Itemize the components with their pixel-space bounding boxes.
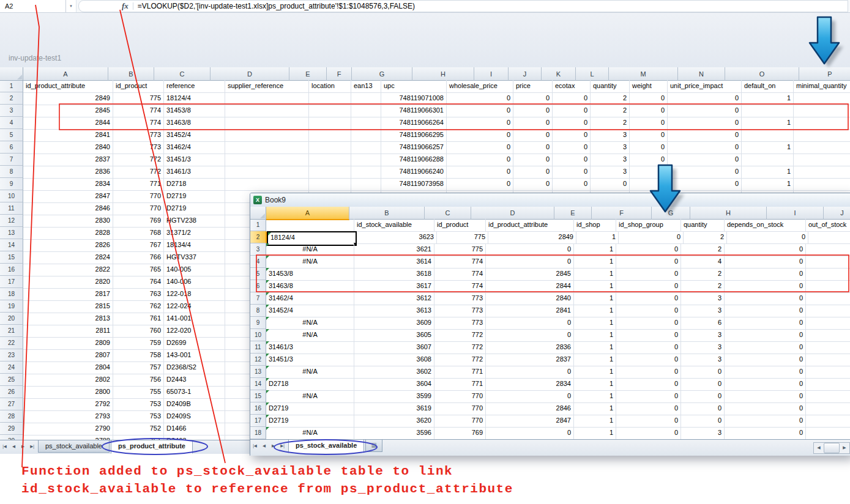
cell-C28[interactable]: D2409S (164, 410, 225, 423)
cell-F7[interactable]: 0 (616, 292, 681, 305)
cell-E8[interactable]: 1 (574, 305, 616, 317)
cell-D5[interactable]: 2845 (486, 268, 574, 281)
row-header-29[interactable]: 29 (0, 423, 23, 435)
cell-D8[interactable]: 2841 (486, 305, 574, 317)
cell-A3[interactable]: #N/A (266, 243, 354, 256)
cell-E3[interactable] (309, 105, 351, 117)
sheet-nav-first-icon[interactable]: |◀ (0, 440, 9, 452)
cell-F7[interactable] (351, 154, 381, 166)
cell-I8[interactable]: 2 (806, 305, 850, 317)
cell-B6[interactable]: 3617 (354, 280, 434, 293)
cell-D1[interactable]: supplier_reference (225, 80, 309, 93)
row-header-10[interactable]: 10 (0, 190, 23, 202)
row-header-4[interactable]: 4 (250, 256, 266, 268)
cell-C1[interactable]: id_product (434, 219, 486, 232)
cell-H1[interactable]: wholesale_price (447, 80, 513, 93)
cell-B19[interactable]: 762 (113, 300, 164, 313)
cell-A18[interactable]: #N/A (266, 427, 354, 439)
cell-E5[interactable]: 1 (574, 268, 616, 281)
cell-B28[interactable]: 753 (113, 410, 164, 423)
cell-N1[interactable]: default_on (742, 80, 794, 93)
cell-E9[interactable] (309, 178, 351, 191)
cell-A19[interactable]: 2815 (23, 300, 113, 313)
cell-J9[interactable]: 0 (553, 178, 591, 191)
cell-F5[interactable]: 0 (616, 268, 681, 281)
cell-A20[interactable]: 2813 (23, 313, 113, 325)
cell-N4[interactable]: 1 (742, 117, 794, 130)
cell-J2[interactable]: 0 (553, 92, 591, 105)
row-header-11[interactable]: 11 (0, 202, 23, 215)
cell-A4[interactable]: #N/A (266, 256, 354, 269)
cell-D7[interactable] (225, 154, 309, 166)
book9-titlebar[interactable]: X Book9 (250, 193, 850, 207)
cell-H7[interactable]: 0 (725, 292, 806, 305)
cell-C10[interactable]: D2719 (164, 190, 225, 203)
cell-B13[interactable]: 3602 (354, 366, 434, 379)
cell-A9[interactable]: #N/A (266, 317, 354, 330)
row-header-3[interactable]: 3 (0, 105, 23, 117)
cell-D11[interactable]: 2836 (486, 341, 574, 354)
row-header-16[interactable]: 16 (0, 264, 23, 276)
cell-B25[interactable]: 756 (113, 374, 164, 387)
cell-I14[interactable]: 2 (806, 378, 850, 391)
column-header-B[interactable]: B (108, 67, 154, 81)
cell-A27[interactable]: 2792 (23, 398, 113, 411)
row-header-4[interactable]: 4 (0, 117, 23, 129)
cell-D6[interactable] (225, 141, 309, 154)
row-header-21[interactable]: 21 (0, 325, 23, 337)
cell-E1[interactable]: id_shop (574, 219, 616, 232)
cell-G8[interactable]: 748119066240 (381, 166, 447, 179)
column-header-M[interactable]: M (609, 67, 678, 81)
cell-E17[interactable]: 1 (574, 415, 616, 428)
cell-A11[interactable]: 2846 (23, 202, 113, 215)
cell-A11[interactable]: 31461/3 (266, 341, 354, 354)
cell-H15[interactable]: 0 (725, 390, 806, 403)
insert-worksheet-icon[interactable]: ▦ (365, 440, 382, 452)
cell-B12[interactable]: 769 (113, 215, 164, 228)
cell-B6[interactable]: 773 (113, 141, 164, 154)
cell-O5[interactable]: 1 (794, 129, 850, 142)
tab-ps-stock-available[interactable]: ps_stock_available (38, 440, 110, 453)
cell-D10[interactable]: 0 (486, 329, 574, 342)
cell-H9[interactable]: 0 (447, 178, 513, 191)
row-header-13[interactable]: 13 (0, 227, 23, 239)
cell-A15[interactable]: 2824 (23, 251, 113, 264)
formula-text[interactable]: =VLOOKUP($D2,'[inv-update-test1.xlsx]ps_… (138, 2, 415, 10)
cell-H18[interactable]: 0 (725, 427, 806, 439)
cell-L6[interactable]: 0 (630, 141, 668, 154)
cell-B3[interactable]: 774 (113, 105, 164, 117)
row-header-26[interactable]: 26 (0, 386, 23, 398)
cell-K7[interactable]: 3 (591, 154, 630, 166)
cell-I7[interactable]: 0 (513, 154, 553, 166)
cell-B18[interactable]: 763 (113, 288, 164, 301)
cell-G15[interactable]: 0 (681, 390, 725, 403)
row-header-15[interactable]: 15 (0, 251, 23, 264)
cell-B3[interactable]: 3621 (354, 243, 434, 256)
cell-H9[interactable]: 0 (725, 317, 806, 330)
cell-A17[interactable]: 2820 (23, 276, 113, 289)
cell-O7[interactable]: 1 (794, 154, 850, 166)
cell-I6[interactable]: 2 (806, 280, 850, 293)
row-header-30[interactable]: 30 (0, 435, 23, 440)
cell-I17[interactable]: 1 (806, 415, 850, 428)
cell-F2[interactable]: 0 (619, 231, 684, 244)
cell-A29[interactable]: 2790 (23, 423, 113, 435)
row-header-6[interactable]: 6 (0, 141, 23, 154)
cell-A23[interactable]: 2807 (23, 349, 113, 362)
cell-D4[interactable] (225, 117, 309, 130)
cell-D5[interactable] (225, 129, 309, 142)
cell-D13[interactable]: 0 (486, 366, 574, 379)
cell-K2[interactable]: 2 (591, 92, 630, 105)
column-header-F[interactable]: F (327, 67, 352, 81)
cell-J3[interactable]: 0 (553, 105, 591, 117)
cell-F9[interactable] (351, 178, 381, 191)
cell-A9[interactable]: 2834 (23, 178, 113, 191)
cell-K3[interactable]: 2 (591, 105, 630, 117)
cell-J7[interactable]: 0 (553, 154, 591, 166)
row-header-7[interactable]: 7 (250, 292, 266, 305)
cell-N3[interactable] (742, 105, 794, 117)
cell-I5[interactable]: 0 (513, 129, 553, 142)
cell-M6[interactable]: 0 (668, 141, 742, 154)
cell-A6[interactable]: 2840 (23, 141, 113, 154)
cell-B2[interactable]: 3623 (357, 231, 437, 244)
